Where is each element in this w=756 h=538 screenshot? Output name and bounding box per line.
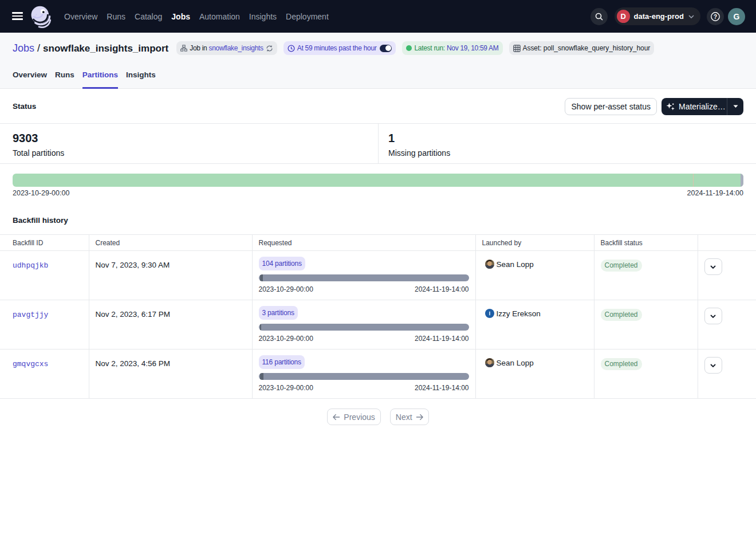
svg-text:?: ?: [714, 13, 717, 19]
